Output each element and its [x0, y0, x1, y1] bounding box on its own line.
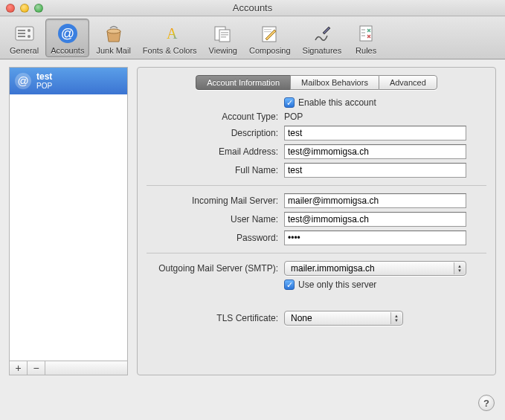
toolbar-composing[interactable]: Composing	[244, 19, 296, 57]
at-sign-icon: @	[14, 72, 32, 90]
svg-text:A: A	[167, 25, 178, 42]
username-field[interactable]	[284, 212, 466, 227]
password-label: Password:	[147, 233, 284, 243]
toolbar-label: Junk Mail	[96, 46, 130, 55]
svg-rect-11	[219, 30, 230, 42]
description-label: Description:	[147, 128, 284, 138]
signature-pen-icon	[310, 22, 334, 45]
svg-rect-12	[221, 32, 228, 33]
svg-point-4	[28, 29, 30, 32]
svg-rect-3	[18, 36, 25, 37]
smtp-value: mailer.immomigsa.ch	[291, 263, 375, 274]
username-label: User Name:	[147, 214, 284, 224]
svg-text:@: @	[17, 74, 28, 87]
account-type-label: Account Type:	[147, 112, 284, 122]
toolbar-label: Accounts	[51, 46, 84, 55]
svg-rect-16	[264, 29, 271, 30]
help-button[interactable]: ?	[478, 395, 495, 411]
description-field[interactable]	[284, 126, 466, 140]
smtp-server-popup[interactable]: mailer.immomigsa.ch ▲▼	[284, 261, 466, 276]
enable-account-checkbox[interactable]: ✓ Enable this account	[284, 97, 376, 108]
gear-switches-icon	[13, 22, 36, 45]
divider	[147, 253, 486, 253]
svg-text:@: @	[61, 26, 74, 41]
svg-rect-18	[360, 26, 372, 41]
enable-account-label: Enable this account	[298, 97, 376, 108]
divider	[147, 297, 486, 303]
tls-certificate-popup[interactable]: None ▲▼	[284, 311, 403, 326]
at-sign-icon: @	[56, 22, 80, 45]
tls-value: None	[291, 313, 312, 323]
account-type-value: POP	[284, 112, 303, 122]
toolbar-label: Signatures	[303, 46, 342, 55]
toolbar-label: General	[10, 46, 39, 55]
help-icon: ?	[483, 398, 489, 409]
svg-point-5	[28, 35, 30, 38]
updown-arrows-icon: ▲▼	[390, 312, 402, 324]
window-title: Accounts	[0, 2, 505, 13]
updown-arrows-icon: ▲▼	[454, 262, 465, 274]
toolbar-signatures[interactable]: Signatures	[297, 19, 347, 57]
svg-rect-17	[264, 31, 271, 32]
tab-bar: Account Information Mailbox Behaviors Ad…	[147, 75, 486, 90]
svg-rect-2	[18, 33, 25, 34]
smtp-label: Outgoing Mail Server (SMTP):	[147, 263, 284, 274]
account-type: POP	[36, 82, 52, 90]
svg-rect-1	[18, 30, 25, 31]
use-only-server-checkbox[interactable]: ✓ Use only this server	[284, 280, 376, 290]
viewing-icon	[211, 22, 235, 45]
checkmark-icon: ✓	[284, 97, 295, 108]
tab-account-information[interactable]: Account Information	[196, 75, 290, 90]
svg-point-8	[107, 29, 120, 33]
accounts-sidebar: @ test POP + −	[9, 67, 128, 375]
use-only-server-label: Use only this server	[298, 280, 376, 290]
composing-icon	[258, 22, 282, 45]
accounts-list[interactable]: @ test POP	[9, 67, 128, 361]
account-name: test	[36, 72, 52, 82]
toolbar-label: Fonts & Colors	[143, 46, 197, 55]
toolbar-viewing[interactable]: Viewing	[204, 19, 242, 57]
preferences-toolbar: General @ Accounts Junk Mail A Fonts & C…	[0, 16, 505, 59]
sidebar-footer: + −	[9, 361, 128, 375]
account-settings-panel: Account Information Mailbox Behaviors Ad…	[137, 67, 496, 375]
checkmark-icon: ✓	[284, 280, 295, 290]
toolbar-label: Viewing	[209, 46, 237, 55]
fullname-label: Full Name:	[147, 165, 284, 175]
add-account-button[interactable]: +	[10, 361, 28, 375]
toolbar-junk-mail[interactable]: Junk Mail	[91, 19, 135, 57]
tls-label: TLS Certificate:	[147, 313, 284, 323]
toolbar-label: Composing	[249, 46, 291, 55]
email-field[interactable]	[284, 144, 466, 159]
toolbar-accounts[interactable]: @ Accounts	[45, 19, 89, 57]
tab-mailbox-behaviors[interactable]: Mailbox Behaviors	[290, 75, 379, 90]
account-row[interactable]: @ test POP	[10, 68, 127, 94]
titlebar: Accounts	[0, 0, 505, 16]
email-label: Email Address:	[147, 146, 284, 157]
svg-rect-14	[221, 36, 226, 38]
incoming-server-label: Incoming Mail Server:	[147, 196, 284, 206]
account-meta: test POP	[36, 72, 52, 90]
toolbar-general[interactable]: General	[4, 19, 44, 57]
toolbar-label: Rules	[356, 46, 376, 55]
content-area: @ test POP + − Account Information Mailb…	[0, 59, 505, 383]
password-field[interactable]	[284, 230, 466, 245]
fullname-field[interactable]	[284, 163, 466, 178]
remove-account-button[interactable]: −	[28, 361, 45, 375]
fonts-colors-icon: A	[158, 22, 181, 45]
junk-bin-icon	[102, 22, 126, 45]
tab-advanced[interactable]: Advanced	[379, 75, 437, 90]
divider	[147, 185, 486, 186]
svg-rect-13	[221, 34, 228, 36]
incoming-server-field[interactable]	[284, 193, 466, 208]
rules-icon	[354, 22, 378, 45]
toolbar-rules[interactable]: Rules	[348, 19, 384, 57]
footer-spacer	[45, 361, 127, 375]
toolbar-fonts-colors[interactable]: A Fonts & Colors	[138, 19, 202, 57]
